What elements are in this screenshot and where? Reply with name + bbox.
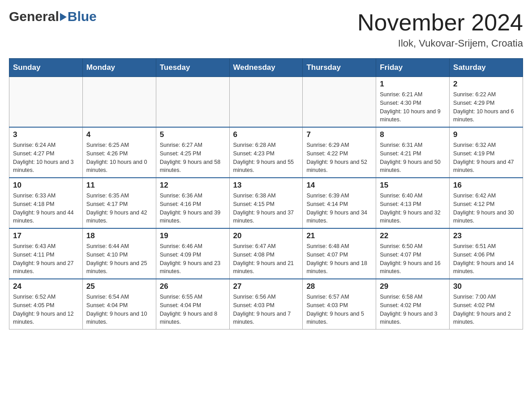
- day-info: Sunrise: 6:24 AM Sunset: 4:27 PM Dayligh…: [13, 141, 79, 175]
- calendar-day-cell: 14Sunrise: 6:39 AM Sunset: 4:14 PM Dayli…: [303, 178, 376, 228]
- day-number: 19: [160, 231, 226, 240]
- calendar-day-cell: 16Sunrise: 6:42 AM Sunset: 4:12 PM Dayli…: [450, 178, 523, 228]
- calendar-day-cell: 25Sunrise: 6:54 AM Sunset: 4:04 PM Dayli…: [82, 279, 156, 330]
- calendar-day-cell: 27Sunrise: 6:56 AM Sunset: 4:03 PM Dayli…: [229, 279, 303, 330]
- calendar-day-cell: [156, 77, 229, 128]
- day-number: 2: [453, 80, 519, 89]
- calendar-day-cell: 12Sunrise: 6:36 AM Sunset: 4:16 PM Dayli…: [156, 178, 229, 228]
- day-info: Sunrise: 6:44 AM Sunset: 4:10 PM Dayligh…: [86, 242, 152, 276]
- day-of-week-header: Monday: [82, 59, 156, 77]
- day-info: Sunrise: 6:55 AM Sunset: 4:04 PM Dayligh…: [160, 293, 226, 326]
- calendar-table: SundayMondayTuesdayWednesdayThursdayFrid…: [9, 58, 523, 330]
- calendar-header-row: SundayMondayTuesdayWednesdayThursdayFrid…: [9, 59, 523, 77]
- calendar-week-row: 3Sunrise: 6:24 AM Sunset: 4:27 PM Daylig…: [9, 127, 523, 178]
- day-number: 9: [453, 130, 519, 139]
- calendar-day-cell: 2Sunrise: 6:22 AM Sunset: 4:29 PM Daylig…: [450, 77, 523, 128]
- calendar-day-cell: [82, 77, 156, 128]
- calendar-day-cell: 19Sunrise: 6:46 AM Sunset: 4:09 PM Dayli…: [156, 228, 229, 279]
- day-number: 15: [380, 181, 446, 190]
- day-number: 1: [380, 80, 446, 89]
- day-number: 29: [380, 282, 446, 291]
- calendar-day-cell: 29Sunrise: 6:58 AM Sunset: 4:02 PM Dayli…: [376, 279, 450, 330]
- calendar-day-cell: 10Sunrise: 6:33 AM Sunset: 4:18 PM Dayli…: [9, 178, 83, 228]
- calendar-day-cell: 17Sunrise: 6:43 AM Sunset: 4:11 PM Dayli…: [9, 228, 83, 279]
- day-info: Sunrise: 6:32 AM Sunset: 4:19 PM Dayligh…: [453, 141, 519, 175]
- calendar-day-cell: 11Sunrise: 6:35 AM Sunset: 4:17 PM Dayli…: [82, 178, 156, 228]
- calendar-day-cell: 28Sunrise: 6:57 AM Sunset: 4:03 PM Dayli…: [303, 279, 376, 330]
- calendar-day-cell: 21Sunrise: 6:48 AM Sunset: 4:07 PM Dayli…: [303, 228, 376, 279]
- day-info: Sunrise: 6:54 AM Sunset: 4:04 PM Dayligh…: [86, 293, 152, 326]
- calendar-week-row: 24Sunrise: 6:52 AM Sunset: 4:05 PM Dayli…: [9, 279, 523, 330]
- month-title: November 2024: [357, 9, 523, 36]
- day-info: Sunrise: 6:50 AM Sunset: 4:07 PM Dayligh…: [380, 242, 446, 276]
- day-info: Sunrise: 6:38 AM Sunset: 4:15 PM Dayligh…: [233, 192, 299, 225]
- day-info: Sunrise: 6:48 AM Sunset: 4:07 PM Dayligh…: [306, 242, 372, 276]
- day-number: 21: [306, 231, 372, 240]
- logo: General Blue: [9, 9, 97, 24]
- day-number: 18: [86, 231, 152, 240]
- calendar-day-cell: 6Sunrise: 6:28 AM Sunset: 4:23 PM Daylig…: [229, 127, 303, 178]
- day-info: Sunrise: 6:47 AM Sunset: 4:08 PM Dayligh…: [233, 242, 299, 276]
- day-number: 6: [233, 130, 299, 139]
- calendar-week-row: 1Sunrise: 6:21 AM Sunset: 4:30 PM Daylig…: [9, 77, 523, 128]
- logo-arrow-icon: [60, 13, 67, 21]
- calendar-day-cell: 8Sunrise: 6:31 AM Sunset: 4:21 PM Daylig…: [376, 127, 450, 178]
- day-info: Sunrise: 6:27 AM Sunset: 4:25 PM Dayligh…: [160, 141, 226, 175]
- day-info: Sunrise: 6:35 AM Sunset: 4:17 PM Dayligh…: [86, 192, 152, 225]
- day-info: Sunrise: 6:36 AM Sunset: 4:16 PM Dayligh…: [160, 192, 226, 225]
- day-of-week-header: Saturday: [450, 59, 523, 77]
- logo-blue-text: Blue: [68, 9, 97, 24]
- day-of-week-header: Tuesday: [156, 59, 229, 77]
- calendar-week-row: 10Sunrise: 6:33 AM Sunset: 4:18 PM Dayli…: [9, 178, 523, 228]
- day-number: 17: [13, 231, 79, 240]
- day-number: 16: [453, 181, 519, 190]
- day-info: Sunrise: 6:29 AM Sunset: 4:22 PM Dayligh…: [306, 141, 372, 175]
- day-number: 7: [306, 130, 372, 139]
- day-info: Sunrise: 6:52 AM Sunset: 4:05 PM Dayligh…: [13, 293, 79, 326]
- day-number: 28: [306, 282, 372, 291]
- calendar-day-cell: 3Sunrise: 6:24 AM Sunset: 4:27 PM Daylig…: [9, 127, 83, 178]
- calendar-day-cell: 26Sunrise: 6:55 AM Sunset: 4:04 PM Dayli…: [156, 279, 229, 330]
- day-number: 25: [86, 282, 152, 291]
- day-of-week-header: Friday: [376, 59, 450, 77]
- calendar-day-cell: 15Sunrise: 6:40 AM Sunset: 4:13 PM Dayli…: [376, 178, 450, 228]
- day-number: 24: [13, 282, 79, 291]
- calendar-day-cell: 1Sunrise: 6:21 AM Sunset: 4:30 PM Daylig…: [376, 77, 450, 128]
- day-number: 30: [453, 282, 519, 291]
- day-number: 3: [13, 130, 79, 139]
- calendar-day-cell: 23Sunrise: 6:51 AM Sunset: 4:06 PM Dayli…: [450, 228, 523, 279]
- day-number: 23: [453, 231, 519, 240]
- day-info: Sunrise: 6:51 AM Sunset: 4:06 PM Dayligh…: [453, 242, 519, 276]
- calendar-day-cell: [303, 77, 376, 128]
- day-of-week-header: Thursday: [303, 59, 376, 77]
- page-header: General Blue November 2024 Ilok, Vukovar…: [9, 9, 523, 49]
- day-info: Sunrise: 6:31 AM Sunset: 4:21 PM Dayligh…: [380, 141, 446, 175]
- logo-general-text: General: [9, 9, 59, 24]
- day-of-week-header: Wednesday: [229, 59, 303, 77]
- calendar-day-cell: 4Sunrise: 6:25 AM Sunset: 4:26 PM Daylig…: [82, 127, 156, 178]
- day-number: 10: [13, 181, 79, 190]
- day-number: 11: [86, 181, 152, 190]
- day-number: 26: [160, 282, 226, 291]
- day-number: 12: [160, 181, 226, 190]
- day-number: 20: [233, 231, 299, 240]
- calendar-day-cell: 13Sunrise: 6:38 AM Sunset: 4:15 PM Dayli…: [229, 178, 303, 228]
- day-info: Sunrise: 6:46 AM Sunset: 4:09 PM Dayligh…: [160, 242, 226, 276]
- calendar-day-cell: 9Sunrise: 6:32 AM Sunset: 4:19 PM Daylig…: [450, 127, 523, 178]
- day-info: Sunrise: 6:42 AM Sunset: 4:12 PM Dayligh…: [453, 192, 519, 225]
- day-info: Sunrise: 6:21 AM Sunset: 4:30 PM Dayligh…: [380, 90, 446, 124]
- day-info: Sunrise: 6:22 AM Sunset: 4:29 PM Dayligh…: [453, 90, 519, 124]
- day-number: 5: [160, 130, 226, 139]
- day-number: 14: [306, 181, 372, 190]
- day-info: Sunrise: 7:00 AM Sunset: 4:02 PM Dayligh…: [453, 293, 519, 326]
- location-title: Ilok, Vukovar-Srijem, Croatia: [357, 38, 523, 49]
- calendar-day-cell: 30Sunrise: 7:00 AM Sunset: 4:02 PM Dayli…: [450, 279, 523, 330]
- calendar-day-cell: 18Sunrise: 6:44 AM Sunset: 4:10 PM Dayli…: [82, 228, 156, 279]
- day-info: Sunrise: 6:43 AM Sunset: 4:11 PM Dayligh…: [13, 242, 79, 276]
- day-info: Sunrise: 6:56 AM Sunset: 4:03 PM Dayligh…: [233, 293, 299, 326]
- calendar-day-cell: 20Sunrise: 6:47 AM Sunset: 4:08 PM Dayli…: [229, 228, 303, 279]
- day-info: Sunrise: 6:40 AM Sunset: 4:13 PM Dayligh…: [380, 192, 446, 225]
- day-number: 27: [233, 282, 299, 291]
- day-info: Sunrise: 6:58 AM Sunset: 4:02 PM Dayligh…: [380, 293, 446, 326]
- day-number: 4: [86, 130, 152, 139]
